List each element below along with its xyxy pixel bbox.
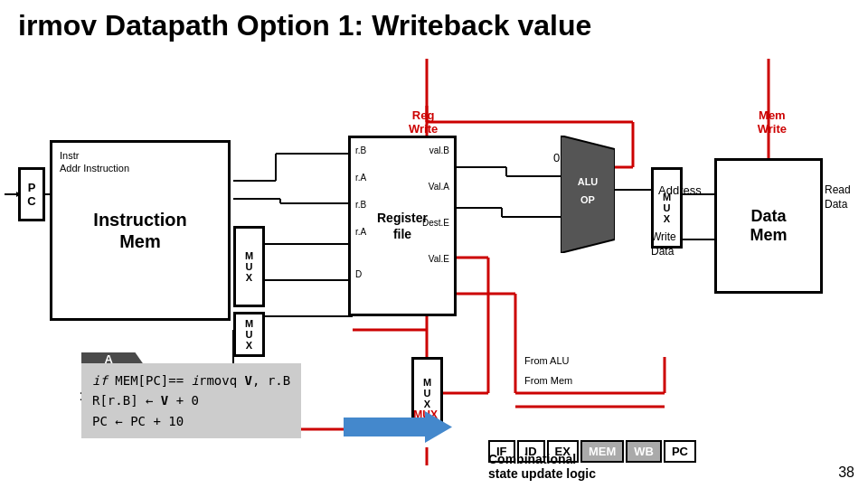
pc-label-c: C — [27, 194, 35, 208]
read-data-label: ReadData — [825, 183, 851, 211]
address-label: Address — [658, 183, 702, 197]
bottom-text: Combinationalstate update logic — [488, 452, 596, 481]
instruction-fetch-block: Instr Addr Instruction InstructionMem — [50, 140, 231, 321]
mux2-label: MUX — [245, 318, 253, 351]
from-mem-label: From Mem — [524, 375, 572, 386]
pc-box: P C — [18, 167, 45, 221]
alu-block: ALU OP — [561, 136, 615, 253]
code-bold-V: V — [161, 393, 168, 408]
port-valE: Val.E — [429, 254, 449, 264]
instr-label-top: Instr — [60, 150, 79, 161]
port-rA2: r.A — [355, 227, 366, 237]
code-line-2: R[r.B] ← V + 0 — [92, 390, 290, 410]
code-line-1: if MEM[PC]== irmovq V, r.B — [92, 371, 290, 390]
alu-zero-input: 0 — [553, 151, 560, 164]
code-line-3: PC ← PC + 10 — [92, 411, 290, 431]
instruction-mem-label: InstructionMem — [93, 209, 186, 252]
port-valA: Val.A — [429, 182, 449, 192]
page-number: 38 — [838, 465, 854, 481]
port-rB: r.B — [355, 145, 366, 155]
mux1: MUX — [233, 226, 265, 307]
code-val-V: V — [245, 373, 252, 388]
mux4-label: MUX — [423, 377, 431, 409]
instr-label-top2: Addr Instruction — [60, 163, 129, 174]
reg-write-label: RegWrite — [409, 108, 438, 136]
svg-text:ALU: ALU — [578, 176, 599, 187]
diagram-area: P C Instr Addr Instruction InstructionMe… — [0, 50, 868, 488]
port-rB2: r.B — [355, 200, 366, 210]
code-keyword-if: if — [92, 373, 108, 388]
mux2: MUX — [233, 312, 265, 357]
stage-WB: WB — [626, 440, 662, 463]
mux1-label: MUX — [245, 250, 253, 283]
data-mem-label: DataMem — [750, 207, 787, 245]
write-data-label: WriteData — [651, 230, 676, 258]
code-block: if MEM[PC]== irmovq V, r.B R[r.B] ← V + … — [81, 363, 301, 438]
from-alu-label: From ALU — [524, 355, 570, 366]
stage-PC: PC — [664, 440, 696, 463]
pc-label-p: P — [28, 181, 36, 194]
page-title: irmov Datapath Option 1: Writeback value — [0, 0, 868, 52]
port-rA: r.A — [355, 173, 366, 183]
data-mem-block: DataMem — [714, 158, 823, 294]
port-destE: Dest.E — [422, 218, 449, 228]
port-D: D — [355, 269, 362, 279]
mem-write-label: MemWrite — [758, 108, 787, 136]
register-file-block: Registerfile r.B r.A r.B r.A D val.B Val… — [348, 136, 457, 316]
register-file-label: Registerfile — [377, 210, 428, 242]
svg-text:OP: OP — [580, 194, 595, 205]
port-valB: val.B — [429, 145, 449, 155]
